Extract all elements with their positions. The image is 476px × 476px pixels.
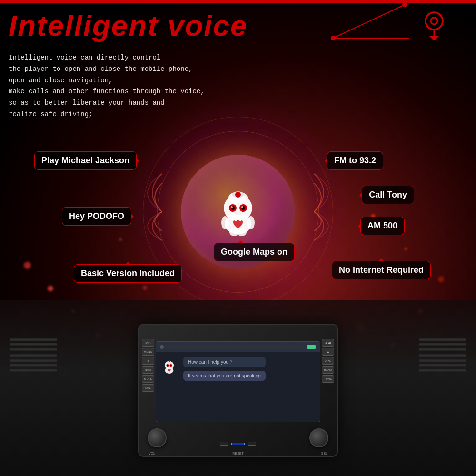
- vent-slat: [419, 343, 466, 346]
- vent-left: [10, 338, 57, 372]
- hi-button[interactable]: HI: [142, 357, 154, 365]
- page-title: Intelligent voice: [9, 9, 248, 42]
- svg-point-17: [231, 206, 233, 208]
- skip-button[interactable]: ⏮⏭: [322, 339, 334, 347]
- mo-button[interactable]: MO: [142, 339, 154, 347]
- vent-slat: [419, 359, 466, 362]
- vent-slat: [10, 343, 57, 346]
- vent-slat: [419, 364, 466, 367]
- svg-point-25: [165, 361, 174, 370]
- svg-point-30: [170, 365, 172, 366]
- power-button[interactable]: POWER: [142, 384, 154, 392]
- tune-button[interactable]: TUNE: [322, 375, 334, 383]
- svg-point-21: [247, 216, 255, 229]
- sel-label: SEL: [321, 452, 327, 455]
- orb-area: [167, 140, 309, 283]
- vent-slat: [10, 348, 57, 351]
- bubble-play-michael: Play Michael Jackson: [34, 151, 137, 170]
- vol-label: VOL: [149, 452, 155, 455]
- bubble-am: AM 500: [360, 217, 405, 235]
- screen-robot-icon: [161, 357, 178, 378]
- svg-point-29: [167, 365, 169, 366]
- prev-button[interactable]: ⏮: [322, 348, 334, 356]
- chat-message-1: How can I help you ?: [183, 357, 266, 367]
- page-content: Intelligent voice Intelligent voice can …: [0, 0, 476, 476]
- band-button[interactable]: BAND: [322, 366, 334, 374]
- navi-button[interactable]: NAVI: [142, 366, 154, 374]
- svg-point-12: [235, 192, 241, 198]
- vent-slat: [419, 348, 466, 351]
- usb-port-blue: [231, 443, 245, 445]
- description-text: Intelligent voice can directly control t…: [9, 52, 205, 120]
- ports-area: [220, 442, 256, 446]
- screen-indicator: [160, 345, 164, 349]
- vent-slat: [10, 354, 57, 357]
- svg-point-20: [221, 216, 229, 229]
- svg-point-23: [237, 228, 247, 236]
- vent-slat: [10, 364, 57, 367]
- tune-knob[interactable]: [309, 428, 328, 447]
- svg-point-19: [234, 211, 242, 215]
- svg-point-5: [431, 18, 437, 24]
- soundwaves-right: [305, 164, 357, 259]
- vent-right: [419, 338, 466, 372]
- bubble-fm: FM to 93.2: [327, 151, 383, 170]
- right-controls: ⏮⏭ ⏮ APS BAND TUNE: [322, 339, 334, 383]
- svg-point-4: [426, 12, 443, 30]
- reset-label: RESET: [232, 452, 243, 455]
- sd-port: [248, 442, 256, 446]
- aps-button[interactable]: APS: [322, 357, 334, 365]
- bubble-basic-version: Basic Version Included: [74, 264, 182, 283]
- svg-point-18: [241, 206, 243, 208]
- center-head-unit: MO MENU HI NAVI MUTE POWER ⏮⏭ ⏮ APS BAND…: [138, 324, 338, 457]
- head-unit-screen: How can I help you ? It seems that you a…: [156, 341, 320, 422]
- bubble-no-internet: No Internet Required: [332, 261, 431, 279]
- left-controls: MO MENU HI NAVI MUTE POWER: [142, 339, 154, 392]
- vent-slat: [419, 354, 466, 357]
- vent-slat: [10, 369, 57, 372]
- bubble-google-maps: Google Maps on: [214, 243, 295, 261]
- usb-port: [220, 442, 228, 446]
- screen-content: How can I help you ? It seems that you a…: [156, 352, 320, 386]
- screen-bar: [167, 346, 304, 348]
- chat-message-2: It seems that you are not speaking: [183, 371, 266, 381]
- vent-slat: [10, 338, 57, 341]
- volume-knob[interactable]: [148, 428, 167, 447]
- bubble-call-tony: Call Tony: [362, 186, 414, 204]
- bubble-hey-podofo: Hey PODOFO: [62, 207, 131, 226]
- vent-slat: [10, 359, 57, 362]
- mute-button[interactable]: MUTE: [142, 375, 154, 383]
- vent-slat: [419, 338, 466, 341]
- location-icon: [421, 10, 447, 46]
- top-accent-bar: [0, 0, 476, 3]
- car-dashboard: MO MENU HI NAVI MUTE POWER ⏮⏭ ⏮ APS BAND…: [0, 300, 476, 476]
- menu-button[interactable]: MENU: [142, 348, 154, 356]
- robot-character: [212, 183, 264, 240]
- chat-area: How can I help you ? It seems that you a…: [183, 357, 266, 381]
- svg-marker-7: [429, 36, 439, 40]
- svg-point-26: [169, 360, 170, 362]
- vent-slat: [419, 369, 466, 372]
- screen-header: [156, 342, 320, 352]
- screen-status: [307, 345, 316, 349]
